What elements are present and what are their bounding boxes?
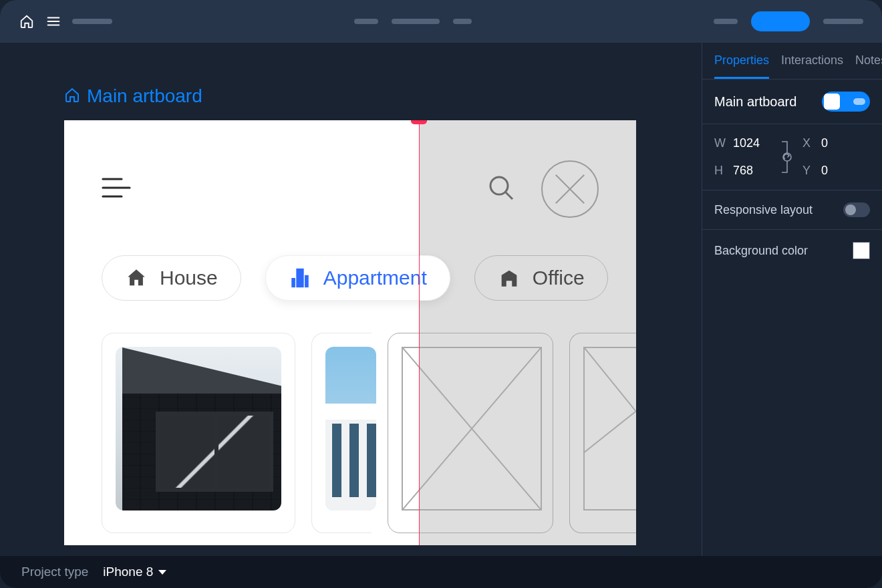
property-card-wireframe[interactable]: [388, 333, 553, 533]
property-card[interactable]: [102, 333, 295, 533]
svg-rect-10: [305, 275, 309, 287]
hamburger-icon[interactable]: [45, 13, 61, 29]
y-input[interactable]: 0: [821, 164, 848, 178]
toolbar-mid-item[interactable]: [354, 19, 378, 24]
mockup-menu-icon[interactable]: [102, 176, 131, 202]
chip-label: House: [160, 267, 218, 289]
device-name: iPhone 8: [103, 565, 153, 579]
tab-properties[interactable]: Properties: [714, 53, 769, 79]
device-selector[interactable]: iPhone 8: [103, 565, 166, 579]
property-card[interactable]: [311, 333, 372, 533]
width-input[interactable]: 1024: [733, 136, 770, 150]
primary-action-button[interactable]: [751, 11, 810, 31]
height-label: H: [714, 164, 726, 178]
background-color-swatch[interactable]: [853, 242, 870, 259]
property-image: [116, 347, 281, 510]
chip-apartment[interactable]: Appartment: [265, 255, 450, 301]
svg-rect-8: [296, 269, 303, 287]
x-input[interactable]: 0: [821, 136, 848, 150]
svg-point-6: [490, 177, 508, 194]
chip-label: Office: [533, 267, 585, 289]
canvas[interactable]: Main artboard: [0, 43, 702, 556]
toolbar-left-placeholder: [72, 19, 112, 24]
responsive-layout-label: Responsive layout: [714, 203, 813, 217]
chip-label: Appartment: [323, 267, 427, 289]
avatar-placeholder-icon[interactable]: [541, 160, 599, 218]
x-label: X: [802, 136, 815, 150]
home-icon[interactable]: [19, 13, 35, 29]
y-label: Y: [802, 164, 815, 178]
chevron-down-icon: [158, 570, 166, 575]
artboard-home-icon: [64, 87, 80, 106]
toolbar-right-item[interactable]: [823, 19, 863, 24]
toolbar-right-item[interactable]: [714, 19, 738, 24]
image-placeholder-icon: [402, 347, 542, 510]
toolbar-mid-item[interactable]: [392, 19, 440, 24]
background-color-label: Background color: [714, 244, 808, 258]
tab-interactions[interactable]: Interactions: [781, 53, 843, 79]
artboard-title[interactable]: Main artboard: [87, 86, 202, 107]
chip-office[interactable]: Office: [474, 255, 608, 301]
status-bar: Project type iPhone 8: [0, 556, 882, 588]
toolbar-mid-item[interactable]: [453, 19, 472, 24]
svg-line-13: [585, 348, 636, 509]
app-toolbar: [0, 0, 882, 43]
artboard[interactable]: House Appartment Office: [64, 120, 636, 545]
svg-rect-9: [291, 278, 295, 287]
svg-line-14: [585, 348, 636, 509]
project-type-label: Project type: [21, 565, 88, 579]
properties-panel: Properties Interactions Notes Main artbo…: [702, 43, 882, 556]
tab-notes[interactable]: Notes: [855, 53, 882, 79]
property-card-wireframe[interactable]: [569, 333, 636, 533]
link-dimensions-icon[interactable]: [777, 140, 796, 174]
width-label: W: [714, 136, 726, 150]
property-image: [325, 347, 376, 510]
height-input[interactable]: 768: [733, 164, 770, 178]
view-mode-toggle[interactable]: [822, 92, 870, 112]
chip-house[interactable]: House: [102, 255, 241, 301]
svg-line-7: [506, 192, 512, 199]
split-divider[interactable]: [419, 120, 420, 545]
responsive-layout-toggle[interactable]: [843, 202, 870, 217]
selected-artboard-name: Main artboard: [714, 94, 796, 110]
split-handle[interactable]: [411, 120, 427, 124]
search-icon[interactable]: [488, 174, 514, 204]
image-placeholder-icon: [583, 347, 636, 510]
